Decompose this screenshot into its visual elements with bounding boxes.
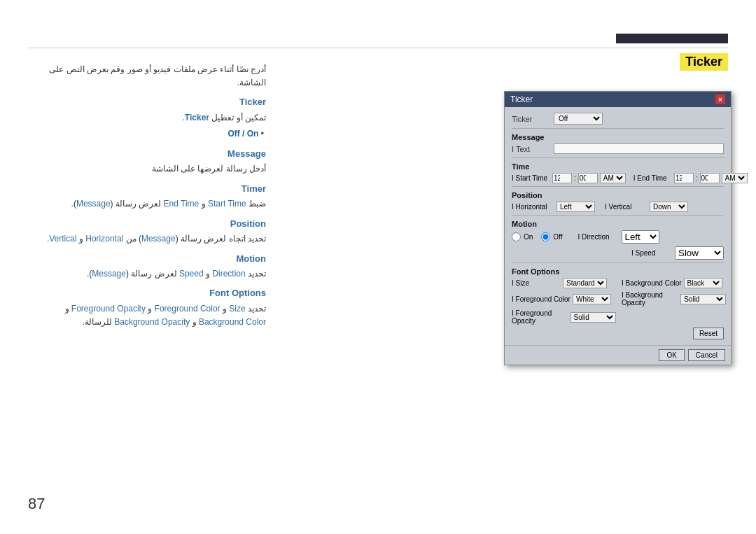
direction-group: I Direction Left Right <box>578 230 659 244</box>
bg-opacity-select[interactable]: Solid Transparent Translucent <box>680 294 726 304</box>
vertical-label: I Vertical <box>605 203 645 211</box>
section-position-title: Position <box>28 217 266 232</box>
ticker-row-label: Ticker <box>512 115 554 123</box>
dialog-titlebar: Ticker × <box>505 92 731 107</box>
font-options-grid: I Size Standard Large Small I Background… <box>512 278 724 325</box>
section-ticker-desc: تمكين أو تعطيل Ticker. <box>28 111 266 125</box>
fg-color-select[interactable]: White Black Red <box>573 294 611 304</box>
reset-button[interactable]: Reset <box>693 328 724 339</box>
start-time-label: I Start Time <box>512 174 550 182</box>
vertical-select[interactable]: Down Up Middle <box>650 202 688 212</box>
motion-onoff-row: On Off I Direction Left Right <box>512 230 724 244</box>
motion-on-radio-group: On <box>512 232 533 241</box>
intro-text: أدرج نصًا أثناء عرض ملفات فيديو أو صور و… <box>28 63 266 90</box>
section-offon: • Off / On <box>28 127 266 141</box>
speed-label: I Speed <box>631 249 672 257</box>
horizontal-label: I Horizontal <box>512 203 552 211</box>
size-label: I Size <box>512 279 561 287</box>
section-timer-desc: ضبط Start Time و End Time لعرض رسالة (Me… <box>28 197 266 211</box>
end-hour-input[interactable] <box>674 173 694 183</box>
section-fontoptions-title: Font Options <box>28 286 266 301</box>
direction-select[interactable]: Left Right <box>622 230 659 244</box>
end-ampm-select[interactable]: AM PM <box>722 173 748 183</box>
motion-off-label: Off <box>553 233 562 241</box>
message-input[interactable] <box>554 143 724 154</box>
page-number: 87 <box>28 495 45 513</box>
message-section-label: Message <box>512 133 724 141</box>
bg-color-select[interactable]: Black White Red <box>684 278 722 288</box>
font-options-section-label: Font Options <box>512 267 724 276</box>
bg-opacity-row: I Background Opacity Solid Transparent T… <box>622 291 726 307</box>
reset-row: Reset <box>512 328 724 339</box>
size-select[interactable]: Standard Large Small <box>563 278 607 288</box>
section-timer-title: Timer <box>28 182 266 197</box>
fg-color-row: I Foreground Color White Black Red <box>512 291 616 307</box>
bg-color-label: I Background Color <box>622 279 682 287</box>
end-time-label: I End Time <box>634 174 672 182</box>
motion-section-label: Motion <box>512 220 724 228</box>
section-position-desc: تحديد اتجاه لعرض رسالة (Message) من Hori… <box>28 232 266 246</box>
section-message-title: Message <box>28 147 266 162</box>
speed-select[interactable]: Slow Medium Fast <box>675 246 724 260</box>
ticker-select[interactable]: Off On <box>554 113 603 125</box>
start-hour-input[interactable] <box>552 173 572 183</box>
fg-opacity-row: I Foreground Opacity Solid Transparent T… <box>512 309 616 325</box>
dialog-footer: OK Cancel <box>505 345 731 365</box>
horizontal-select[interactable]: Left Right Center <box>556 202 595 212</box>
bg-opacity-label: I Background Opacity <box>622 291 678 307</box>
ok-button[interactable]: OK <box>659 349 684 361</box>
dialog-title: Ticker <box>510 94 533 104</box>
start-min-input[interactable] <box>578 173 598 183</box>
ticker-dialog: Ticker × Ticker Off On Message I Text Ti… <box>504 91 732 365</box>
position-row: I Horizontal Left Right Center I Vertica… <box>512 202 724 212</box>
position-section-label: Position <box>512 191 724 199</box>
fg-opacity-select[interactable]: Solid Transparent Translucent <box>570 312 616 323</box>
motion-on-label: On <box>524 233 533 241</box>
section-ticker-title: Ticker <box>28 95 266 110</box>
direction-label: I Direction <box>578 233 619 241</box>
time-section-label: Time <box>512 162 724 171</box>
start-ampm-select[interactable]: AM PM <box>600 173 626 183</box>
text-label: I Text <box>512 145 554 153</box>
start-time-row: I Start Time : AM PM I End Time : AM PM <box>512 173 724 183</box>
text-row: I Text <box>512 143 724 154</box>
section-motion-desc: تحديد Direction و Speed لعرض رسالة (Mess… <box>28 267 266 281</box>
cancel-button[interactable]: Cancel <box>688 349 725 361</box>
top-dark-bar <box>616 34 728 43</box>
section-fontoptions-desc: تحديد Size و Foreground Color و Foregrou… <box>28 302 266 329</box>
ticker-page-label: Ticker <box>680 53 728 71</box>
section-motion-title: Motion <box>28 252 266 267</box>
content-area: أدرج نصًا أثناء عرض ملفات فيديو أو صور و… <box>28 63 266 332</box>
motion-off-radio[interactable] <box>541 232 550 241</box>
speed-row: I Speed Slow Medium Fast <box>512 246 724 260</box>
ticker-row: Ticker Off On <box>512 113 724 125</box>
dialog-body: Ticker Off On Message I Text Time I Star… <box>505 107 731 345</box>
size-row: I Size Standard Large Small <box>512 278 616 288</box>
top-border <box>28 48 728 48</box>
motion-off-radio-group: Off <box>541 232 562 241</box>
fg-color-label: I Foreground Color <box>512 295 570 303</box>
section-message-desc: أدخل رسالة لعرضها على الشاشة <box>28 162 266 176</box>
fg-opacity-label: I Foreground Opacity <box>512 309 568 325</box>
end-min-input[interactable] <box>700 173 720 183</box>
motion-on-radio[interactable] <box>512 232 521 241</box>
bg-color-row: I Background Color Black White Red <box>622 278 726 288</box>
dialog-close-button[interactable]: × <box>715 94 725 104</box>
